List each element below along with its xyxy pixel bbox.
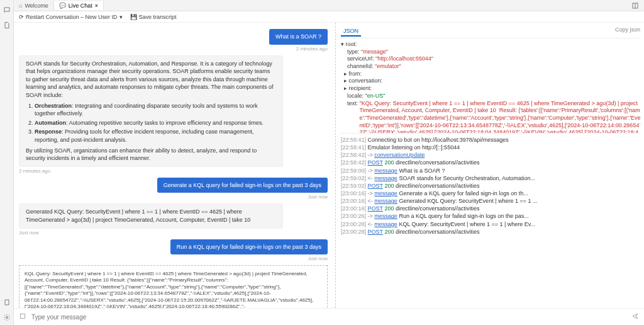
log-panel[interactable]: [22:58:41] Connecting to bot on http://l…: [341, 133, 640, 308]
tab-livechat[interactable]: 💬Live Chat×: [54, 1, 104, 10]
user-message[interactable]: Run a KQL query for failed sign-in logs …: [170, 239, 328, 255]
message-timestamp: Just now: [170, 256, 328, 261]
main-area: ⌂Welcome 💬Live Chat× ⟳Restart Conversati…: [14, 0, 644, 325]
svg-rect-3: [21, 314, 25, 319]
tab-json[interactable]: JSON: [341, 26, 361, 37]
split-editor-button[interactable]: [626, 1, 644, 11]
chevron-down-icon: ▾: [119, 14, 123, 20]
message-timestamp: 2 minutes ago: [19, 168, 283, 174]
message-timestamp: Just now: [157, 194, 328, 200]
bot-message[interactable]: SOAR stands for Security Orchestration, …: [19, 55, 283, 167]
chat-pane: What is a SOAR ? 2 minutes ago SOAR stan…: [14, 23, 336, 308]
attach-icon[interactable]: [19, 312, 26, 321]
copy-json-button[interactable]: Copy json: [615, 26, 640, 37]
bot-pending-message[interactable]: KQL Query: SecurityEvent | where 1 == 1 …: [19, 265, 328, 308]
chat-toolbar: ⟳Restart Conversation – New User ID▾ 💾Sa…: [14, 11, 644, 23]
user-message[interactable]: What is a SOAR ?: [269, 29, 328, 45]
refresh-icon: ⟳: [19, 14, 24, 20]
chat-icon[interactable]: [2, 5, 12, 15]
json-tree[interactable]: ▾ root: type: "message" serviceUrl: "htt…: [341, 38, 640, 133]
message-input[interactable]: [31, 314, 626, 321]
svg-point-0: [6, 317, 8, 319]
files-icon[interactable]: [2, 20, 12, 30]
home-icon: ⌂: [19, 3, 22, 9]
tab-welcome[interactable]: ⌂Welcome: [14, 1, 54, 10]
activity-bar: [0, 0, 14, 325]
message-timestamp: 2 minutes ago: [269, 46, 328, 52]
resources-icon[interactable]: [2, 297, 12, 307]
save-transcript-button[interactable]: 💾Save transcript: [130, 14, 177, 20]
chat-tab-icon: 💬: [59, 3, 66, 9]
message-timestamp: Just now: [19, 230, 283, 236]
user-message[interactable]: Generate a KQL query for failed sign-in …: [157, 178, 328, 193]
inspector-pane: JSON Copy json ▾ root: type: "message" s…: [336, 23, 644, 308]
bot-message[interactable]: Generated KQL Query: SecurityEvent | whe…: [19, 203, 283, 228]
settings-icon[interactable]: [2, 312, 12, 322]
save-icon: 💾: [130, 14, 137, 20]
close-icon[interactable]: ×: [95, 3, 98, 9]
send-icon[interactable]: [631, 312, 639, 321]
tab-bar: ⌂Welcome 💬Live Chat×: [14, 0, 644, 11]
message-composer: [14, 308, 644, 325]
restart-conversation-button[interactable]: ⟳Restart Conversation – New User ID▾: [19, 14, 123, 20]
